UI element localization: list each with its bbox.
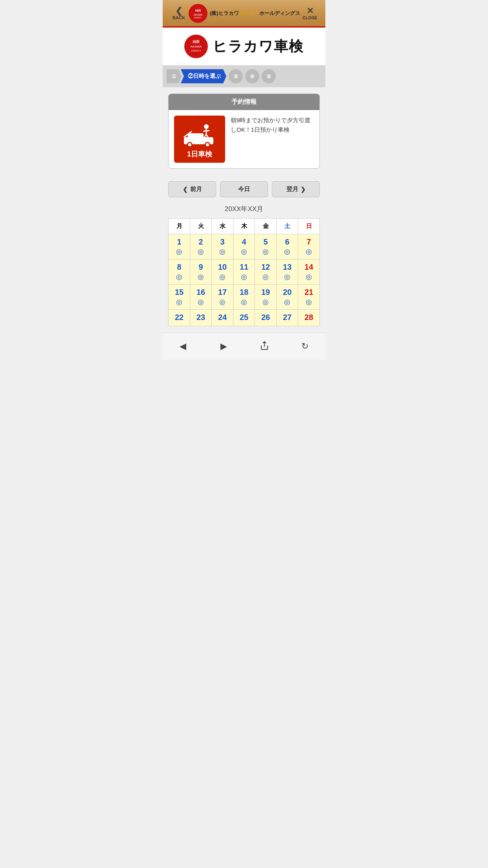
calendar-day-cell[interactable]: 27 [277, 310, 298, 326]
share-icon [260, 341, 269, 352]
calendar-day-cell[interactable]: 4◎ [233, 234, 255, 259]
availability-indicator: ◎ [300, 272, 318, 281]
svg-text:HiR: HiR [193, 40, 200, 44]
prev-month-button[interactable]: ❮ 前月 [168, 181, 216, 197]
availability-indicator: ◎ [257, 272, 275, 281]
col-sun: 日 [298, 219, 320, 234]
calendar-day-cell[interactable]: 9◎ [190, 259, 212, 285]
logo-text-post: ホールディングス [259, 10, 300, 16]
availability-indicator: ◎ [170, 247, 188, 256]
brand-logo-icon: HiR AKAWA ENERGY [184, 35, 208, 58]
availability-indicator: ◎ [257, 247, 275, 256]
calendar-day-cell[interactable]: 19◎ [255, 285, 277, 310]
col-tue: 火 [190, 219, 212, 234]
calendar-day-cell[interactable]: 7◎ [298, 234, 320, 259]
calendar-day-cell[interactable]: 23 [190, 310, 212, 326]
calendar-day-cell[interactable]: 10◎ [212, 259, 233, 285]
calendar-day-cell[interactable]: 21◎ [298, 285, 320, 310]
svg-text:AKAWA: AKAWA [194, 13, 203, 16]
step-3: ③ [229, 69, 243, 83]
next-month-button[interactable]: 翌月 ❯ [272, 181, 320, 197]
logo-text-pre: (株)ヒラカワ [210, 10, 239, 16]
reservation-header: 予約情報 [169, 94, 319, 110]
back-label: BACK [172, 15, 185, 20]
calendar-day-cell[interactable]: 8◎ [169, 259, 190, 285]
svg-text:HiR: HiR [195, 9, 201, 13]
availability-indicator: ◎ [192, 298, 210, 306]
calendar-day-cell[interactable]: 2◎ [190, 234, 212, 259]
calendar-day-cell[interactable]: 16◎ [190, 285, 212, 310]
calendar-day-cell[interactable]: 3◎ [212, 234, 233, 259]
calendar-week-row: 15◎16◎17◎18◎19◎20◎21◎ [169, 285, 320, 310]
logo-text-energy: エナジー [239, 10, 259, 16]
availability-indicator: ◎ [278, 298, 296, 306]
calendar-month-label: 20XX年XX月 [163, 201, 325, 218]
close-label: CLOSE [303, 15, 317, 20]
day-number: 27 [278, 313, 296, 322]
availability-indicator: ◎ [235, 247, 253, 256]
calendar-day-cell[interactable]: 22 [169, 310, 190, 326]
day-number: 13 [278, 263, 296, 272]
day-number: 5 [257, 237, 275, 246]
col-wed: 水 [212, 219, 233, 234]
day-number: 26 [257, 313, 275, 322]
calendar-day-cell[interactable]: 5◎ [255, 234, 277, 259]
calendar-day-cell[interactable]: 25 [233, 310, 255, 326]
calendar-day-cell[interactable]: 24 [212, 310, 233, 326]
availability-indicator: ◎ [278, 272, 296, 281]
today-button[interactable]: 今日 [220, 181, 268, 197]
prev-icon: ❮ [183, 186, 188, 193]
calendar-day-cell[interactable]: 6◎ [277, 234, 298, 259]
refresh-button[interactable]: ↻ [296, 338, 314, 355]
header-logo-text: (株)ヒラカワエナジーホールディングス [210, 10, 300, 17]
car-icon [182, 123, 217, 147]
brand-bar: HiR AKAWA ENERGY ヒラカワ車検 [163, 28, 325, 65]
day-number: 9 [192, 263, 210, 272]
day-number: 14 [300, 263, 318, 272]
service-icon-box: 1日車検 [174, 116, 225, 163]
refresh-icon: ↻ [301, 341, 308, 351]
svg-text:ENERGY: ENERGY [194, 17, 202, 18]
day-number: 28 [300, 313, 318, 322]
day-number: 11 [235, 263, 253, 272]
calendar-day-cell[interactable]: 28 [298, 310, 320, 326]
svg-rect-14 [188, 133, 204, 139]
share-button[interactable] [256, 338, 273, 355]
step-5-label: ⑤ [266, 74, 271, 79]
next-month-label: 翌月 [286, 186, 298, 193]
calendar-day-cell[interactable]: 12◎ [255, 259, 277, 285]
logo-icon: HiR AKAWA ENERGY [189, 4, 207, 23]
availability-indicator: ◎ [300, 298, 318, 306]
svg-point-17 [188, 143, 191, 146]
close-x-icon: ✕ [306, 7, 314, 15]
day-number: 22 [170, 313, 188, 322]
col-thu: 木 [233, 219, 255, 234]
calendar-day-cell[interactable]: 11◎ [233, 259, 255, 285]
availability-indicator: ◎ [257, 298, 275, 306]
browser-forward-icon: ▶ [220, 341, 227, 351]
day-number: 8 [170, 263, 188, 272]
calendar-day-cell[interactable]: 18◎ [233, 285, 255, 310]
col-fri: 金 [255, 219, 277, 234]
calendar-day-cell[interactable]: 15◎ [169, 285, 190, 310]
browser-back-button[interactable]: ◀ [174, 338, 192, 355]
calendar-day-cell[interactable]: 17◎ [212, 285, 233, 310]
calendar-nav: ❮ 前月 今日 翌月 ❯ [163, 175, 325, 201]
day-number: 21 [300, 288, 318, 297]
browser-forward-button[interactable]: ▶ [215, 338, 232, 355]
calendar-day-cell[interactable]: 14◎ [298, 259, 320, 285]
availability-indicator: ◎ [213, 272, 231, 281]
calendar-day-cell[interactable]: 13◎ [277, 259, 298, 285]
svg-line-10 [203, 131, 209, 131]
back-button[interactable]: ❮ BACK [169, 7, 189, 20]
calendar-day-cell[interactable]: 20◎ [277, 285, 298, 310]
svg-point-8 [204, 124, 209, 129]
close-button[interactable]: ✕ CLOSE [300, 7, 320, 20]
day-number: 2 [192, 237, 210, 246]
calendar-day-cell[interactable]: 26 [255, 310, 277, 326]
calendar-day-cell[interactable]: 1◎ [169, 234, 190, 259]
day-number: 3 [213, 237, 231, 246]
availability-indicator: ◎ [170, 298, 188, 306]
step-5: ⑤ [262, 69, 276, 83]
step-4-label: ④ [250, 74, 255, 79]
